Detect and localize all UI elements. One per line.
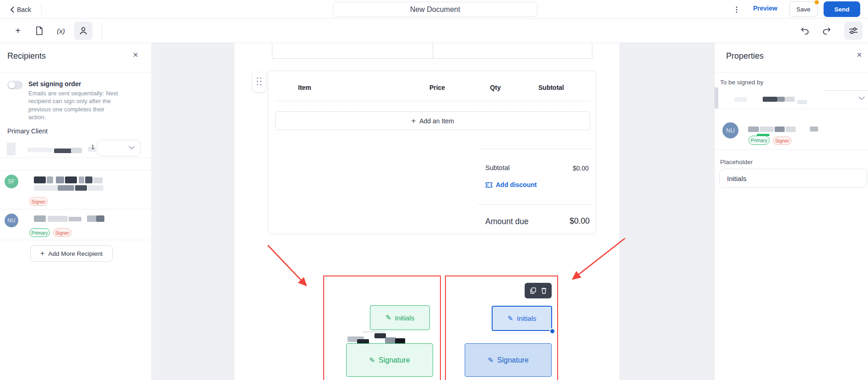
pen-icon: ✎	[385, 314, 391, 322]
divider	[715, 72, 868, 72]
redacted-name	[760, 127, 774, 132]
initials-field-green[interactable]: ✎ Initials	[370, 305, 430, 330]
send-button[interactable]: Send	[824, 1, 860, 17]
divider	[0, 209, 152, 209]
recipients-tool-button[interactable]	[74, 22, 92, 40]
variable-icon: (x)	[57, 27, 65, 35]
add-item-button[interactable]: + Add an Item	[275, 111, 590, 130]
preview-button[interactable]: Preview	[753, 5, 777, 12]
top-bar: Back New Document ⋮ Preview Save Send	[0, 0, 868, 19]
redacted-name	[69, 217, 81, 221]
redo-icon	[822, 27, 831, 35]
add-block-button[interactable]: +	[9, 22, 27, 40]
totals-divider	[477, 204, 591, 205]
back-button[interactable]: Back	[10, 4, 31, 16]
block-drag-handle[interactable]	[253, 71, 266, 92]
close-recipients-panel-button[interactable]: ✕	[131, 50, 140, 60]
redacted-name	[56, 176, 64, 183]
redacted-mark	[385, 337, 396, 343]
pricing-table-block[interactable]: Item Price Qty Subtotal + Add an Item Su…	[268, 71, 596, 234]
redacted-name	[34, 176, 46, 183]
avatar: NU	[5, 214, 18, 227]
redacted-email	[34, 185, 58, 191]
add-more-recipient-label: Add More Recipient	[48, 250, 103, 257]
grip-dots-icon	[257, 77, 262, 86]
annotation-box-green-fields: ✎ Initials ✎ Signature	[323, 275, 441, 380]
settings-sliders-button[interactable]	[844, 22, 863, 40]
amount-due-label: Amount due	[485, 217, 528, 226]
sliders-icon	[849, 27, 858, 35]
divider	[715, 149, 868, 150]
redacted-detail	[810, 127, 818, 132]
initials-field-label: Initials	[517, 314, 537, 322]
redacted-block	[7, 143, 16, 155]
pen-icon: ✎	[369, 356, 375, 364]
divider	[0, 170, 152, 171]
placeholder-input[interactable]	[719, 169, 867, 188]
signature-field-label: Signature	[497, 356, 529, 364]
divider	[715, 109, 868, 109]
redacted-name	[87, 215, 96, 222]
primary-tag: Primary	[29, 228, 50, 237]
discount-ticket-icon	[485, 182, 493, 188]
signer-tag: Signer	[29, 197, 48, 206]
order-select[interactable]	[97, 140, 141, 156]
subtotal-label: Subtotal	[485, 164, 510, 171]
redacted-name	[786, 127, 796, 132]
more-options-button[interactable]: ⋮	[731, 3, 742, 16]
editor-toolbar: + (x)	[0, 19, 868, 43]
redacted-name	[47, 176, 53, 183]
redacted-block	[71, 148, 82, 153]
add-discount-button[interactable]: Add discount	[485, 181, 537, 188]
redacted-block	[27, 148, 53, 152]
redacted-value	[763, 97, 777, 102]
save-label: Save	[797, 6, 811, 13]
redacted-email	[58, 185, 74, 191]
divider	[0, 240, 152, 240]
properties-panel-title: Properties	[726, 51, 764, 61]
placeholder-label: Placeholder	[720, 159, 753, 165]
signer-tag: Signer	[773, 137, 792, 145]
save-button[interactable]: Save	[789, 1, 818, 17]
avatar: NU	[722, 122, 738, 138]
chevron-down-icon	[858, 96, 865, 100]
partial-table-row[interactable]	[272, 43, 592, 59]
variables-button[interactable]: (x)	[52, 22, 70, 40]
redacted-name	[775, 127, 785, 132]
redacted-name	[748, 127, 759, 132]
undo-button[interactable]	[796, 22, 814, 40]
signed-by-label: To be signed by	[720, 79, 764, 86]
signature-field-blue[interactable]: ✎ Signature	[465, 343, 552, 377]
table-header-divider	[275, 101, 590, 101]
totals-divider	[477, 149, 591, 149]
initials-field-blue[interactable]: ✎ Initials	[492, 306, 552, 331]
signing-order-toggle[interactable]	[7, 81, 23, 89]
document-title-input[interactable]: New Document	[333, 2, 537, 17]
editor-canvas: Item Price Qty Subtotal + Add an Item Su…	[152, 43, 714, 380]
divider	[0, 72, 152, 72]
redo-button[interactable]	[818, 22, 836, 40]
file-icon	[35, 26, 43, 35]
close-properties-panel-button[interactable]: ✕	[855, 50, 864, 60]
redacted-name	[48, 216, 68, 222]
signing-order-description: Emails are sent sequentially: Next recip…	[28, 89, 122, 121]
signature-field-green[interactable]: ✎ Signature	[346, 343, 433, 377]
topbar-divider	[41, 3, 42, 17]
signer-tag: Signer	[53, 228, 71, 237]
plus-icon: +	[411, 116, 416, 126]
redacted-email	[75, 185, 87, 191]
add-page-button[interactable]	[30, 22, 49, 40]
add-item-label: Add an Item	[419, 117, 454, 125]
resize-handle[interactable]	[549, 328, 555, 334]
redacted-mark	[363, 331, 385, 333]
recipients-panel: Recipients ✕ Set signing order Emails ar…	[0, 43, 152, 380]
add-more-recipient-button[interactable]: + Add More Recipient	[30, 245, 113, 262]
delete-button[interactable]	[541, 287, 547, 294]
redacted-name	[65, 176, 77, 183]
signed-by-select[interactable]	[715, 88, 868, 109]
document-editor: Back New Document ⋮ Preview Save Send + …	[0, 0, 868, 380]
redacted-name	[79, 176, 84, 183]
document-page: Item Price Qty Subtotal + Add an Item Su…	[234, 43, 619, 380]
redacted-value	[785, 97, 795, 102]
copy-button[interactable]	[530, 287, 536, 294]
